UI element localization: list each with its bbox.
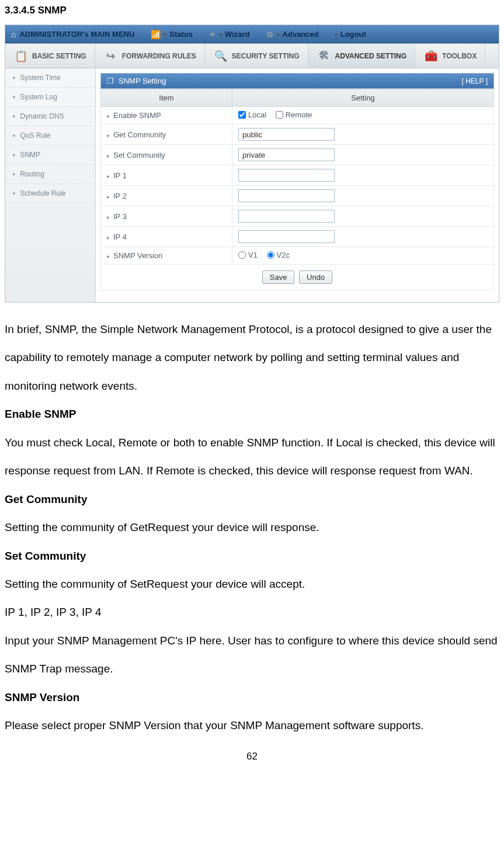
- nav-advanced[interactable]: ⚙ ▸ Advanced: [258, 25, 327, 43]
- sidebar-item-schedule-rule[interactable]: ●Schedule Rule: [5, 184, 95, 203]
- local-checkbox-label[interactable]: Local: [238, 110, 266, 119]
- caret-icon: ▸: [107, 173, 110, 179]
- clipboard-icon: 📋: [13, 50, 29, 63]
- undo-button[interactable]: Undo: [299, 270, 332, 284]
- nav-home[interactable]: ⌂ ADMINISTRATOR's MAIN MENU: [5, 25, 142, 43]
- row-label: Enable SNMP: [113, 111, 161, 120]
- tab-toolbox[interactable]: 🧰 TOOLBOX: [415, 44, 485, 68]
- content-area: ●System Time ●System Log ●Dynamic DNS ●Q…: [5, 68, 499, 302]
- header-item: Item: [101, 89, 232, 107]
- tab-basic-setting[interactable]: 📋 BASIC SETTING: [5, 44, 95, 68]
- caret-icon: ▸: [220, 31, 223, 37]
- nav-logout-label: Logout: [340, 30, 366, 39]
- bullet-icon: ●: [12, 133, 15, 138]
- ip1-input[interactable]: [238, 169, 335, 182]
- ip2-input[interactable]: [238, 189, 335, 202]
- ip3-input[interactable]: [238, 210, 335, 223]
- row-label: IP 3: [113, 212, 127, 221]
- ip4-input[interactable]: [238, 230, 335, 243]
- sidebar-item-system-log[interactable]: ●System Log: [5, 88, 95, 107]
- sidebar-item-label: Routing: [20, 170, 44, 178]
- tab-security-setting[interactable]: 🔍 SECURITY SETTING: [205, 44, 308, 68]
- v2c-radio-label[interactable]: V2c: [267, 251, 290, 259]
- nav-status-label: Status: [169, 30, 193, 39]
- top-nav: ⌂ ADMINISTRATOR's MAIN MENU 📶 ▸ Status ✦…: [5, 25, 499, 44]
- tab-label: FORWARDING RULES: [122, 52, 196, 60]
- row-label: IP 1: [113, 171, 127, 180]
- nav-wizard-label: Wizard: [225, 30, 250, 39]
- v2c-radio[interactable]: [267, 251, 274, 259]
- caret-icon: ▸: [277, 31, 280, 37]
- v1-label: V1: [248, 251, 258, 259]
- panel-title: SNMP Setting: [119, 77, 166, 85]
- nav-home-label: ADMINISTRATOR's MAIN MENU: [19, 30, 134, 39]
- sidebar-item-dynamic-dns[interactable]: ●Dynamic DNS: [5, 107, 95, 126]
- doc-paragraph-get: Setting the community of GetRequest your…: [5, 514, 499, 542]
- caret-icon: ▸: [107, 193, 110, 200]
- doc-paragraph-enable: You must check Local, Remote or both to …: [5, 429, 499, 485]
- doc-heading-version: SNMP Version: [5, 684, 499, 712]
- button-row: Save Undo: [101, 265, 494, 290]
- sidebar-item-label: Schedule Rule: [20, 189, 65, 197]
- home-icon: ⌂: [11, 30, 16, 39]
- row-ip2: ▸IP 2: [101, 186, 494, 206]
- row-label: Get Community: [113, 130, 166, 139]
- sub-nav: 📋 BASIC SETTING ↪ FORWARDING RULES 🔍 SEC…: [5, 44, 499, 68]
- bullet-icon: ●: [12, 94, 15, 100]
- tab-label: SECURITY SETTING: [232, 52, 300, 60]
- header-setting: Setting: [232, 89, 494, 107]
- caret-icon: ▸: [107, 214, 110, 220]
- sidebar: ●System Time ●System Log ●Dynamic DNS ●Q…: [5, 68, 96, 302]
- row-ip4: ▸IP 4: [101, 227, 494, 247]
- bullet-icon: ●: [12, 152, 15, 158]
- settings-table: Item Setting ▸Enable SNMP Local Remote ▸…: [100, 89, 494, 290]
- sidebar-item-label: SNMP: [20, 151, 40, 159]
- remote-checkbox[interactable]: [276, 111, 283, 119]
- doc-intro: In brief, SNMP, the Simple Network Manag…: [5, 315, 499, 400]
- v1-radio[interactable]: [238, 251, 246, 259]
- panel-title-bar: ❐ SNMP Setting [ HELP ]: [100, 73, 494, 89]
- tab-label: TOOLBOX: [442, 52, 477, 60]
- nav-logout[interactable]: ▸ Logout: [327, 25, 374, 43]
- doc-paragraph-set: Setting the community of SetRequest your…: [5, 570, 499, 598]
- nav-status[interactable]: 📶 ▸ Status: [142, 25, 201, 43]
- caret-icon: ▸: [107, 132, 110, 138]
- sidebar-item-system-time[interactable]: ●System Time: [5, 68, 95, 88]
- v2c-label: V2c: [277, 251, 290, 259]
- forward-icon: ↪: [103, 50, 119, 63]
- row-get-community: ▸Get Community: [101, 124, 494, 145]
- sidebar-item-routing[interactable]: ●Routing: [5, 165, 95, 184]
- help-link[interactable]: [ HELP ]: [462, 77, 488, 85]
- nav-wizard[interactable]: ✦ ▸ Wizard: [201, 25, 258, 43]
- security-icon: 🔍: [213, 50, 228, 63]
- sidebar-item-qos-rule[interactable]: ●QoS Rule: [5, 126, 95, 145]
- doc-heading-set: Set Community: [5, 542, 499, 570]
- caret-icon: ▸: [107, 253, 110, 259]
- status-icon: 📶: [151, 30, 161, 39]
- row-set-community: ▸Set Community: [101, 145, 494, 165]
- row-label: IP 4: [113, 233, 127, 241]
- save-button[interactable]: Save: [262, 270, 295, 284]
- local-checkbox[interactable]: [238, 111, 246, 119]
- panel-icon: ❐: [107, 77, 114, 85]
- page-number: 62: [5, 751, 499, 762]
- sidebar-item-label: QoS Rule: [20, 131, 50, 140]
- section-heading: 3.3.4.5 SNMP: [5, 5, 499, 16]
- row-ip3: ▸IP 3: [101, 206, 494, 227]
- sidebar-item-snmp[interactable]: ●SNMP: [5, 145, 95, 165]
- tab-forwarding-rules[interactable]: ↪ FORWARDING RULES: [95, 44, 205, 68]
- caret-icon: ▸: [107, 113, 110, 119]
- v1-radio-label[interactable]: V1: [238, 251, 258, 259]
- caret-icon: ▸: [107, 152, 110, 159]
- row-label: Set Community: [113, 151, 165, 159]
- doc-paragraph-ip: Input your SNMP Management PC's IP here.…: [5, 627, 499, 684]
- set-community-input[interactable]: [238, 148, 335, 161]
- remote-checkbox-label[interactable]: Remote: [276, 110, 312, 119]
- tab-label: BASIC SETTING: [32, 52, 86, 60]
- toolbox-icon: 🧰: [423, 50, 439, 63]
- tab-advanced-setting[interactable]: 🛠 ADVANCED SETTING: [308, 44, 415, 68]
- row-enable-snmp: ▸Enable SNMP Local Remote: [101, 107, 494, 124]
- get-community-input[interactable]: [238, 128, 335, 141]
- bullet-icon: ●: [12, 113, 15, 119]
- advanced-icon: ⚙: [266, 30, 274, 39]
